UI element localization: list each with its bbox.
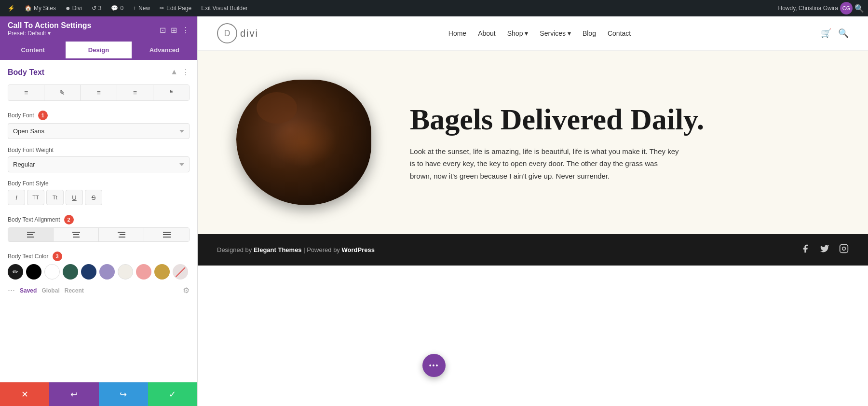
admin-bar: ⚡ 🏠 My Sites ● Divi ↺ 3 💬 0 + New ✏ Edit… xyxy=(0,0,868,16)
more-options-icon[interactable]: ⋮ xyxy=(182,26,190,35)
instagram-icon[interactable] xyxy=(839,244,849,256)
format-btn-quote[interactable]: ❝ xyxy=(153,85,189,100)
color-saved-link[interactable]: Saved xyxy=(20,287,37,294)
tab-content[interactable]: Content xyxy=(0,42,66,60)
search-icon[interactable]: 🔍 xyxy=(854,4,864,13)
color-more-dots[interactable]: ··· xyxy=(8,285,15,295)
admin-bar-comments[interactable]: 💬 0 xyxy=(107,3,127,14)
panel-body: Body Text ▲ ⋮ ≡ ✎ ≡ ≡ ❝ Body Font 1 Open xyxy=(0,60,197,382)
svg-rect-6 xyxy=(118,232,125,233)
color-swatch-white[interactable] xyxy=(44,264,60,280)
uppercase-btn[interactable]: TT xyxy=(27,190,44,205)
admin-bar-edit-page[interactable]: ✏ Edit Page xyxy=(156,3,195,14)
color-swatch-off-white[interactable] xyxy=(118,264,133,280)
admin-bar-new[interactable]: + New xyxy=(129,3,154,14)
align-left-btn[interactable] xyxy=(8,228,54,241)
site-logo: D divi xyxy=(217,23,258,43)
left-panel: Call To Action Settings Preset: Default … xyxy=(0,16,198,406)
wordpress-icon: ⚡ xyxy=(8,5,15,12)
nav-shop[interactable]: Shop ▾ xyxy=(507,29,529,37)
align-right-icon xyxy=(118,232,125,238)
elegant-themes-link[interactable]: Elegant Themes xyxy=(254,246,302,253)
underline-btn[interactable]: U xyxy=(66,190,83,205)
section-menu-icon[interactable]: ⋮ xyxy=(182,68,190,77)
body-font-select[interactable]: Open Sans xyxy=(8,123,190,139)
color-recent-link[interactable]: Recent xyxy=(65,287,84,294)
nav-services[interactable]: Services ▾ xyxy=(540,29,571,37)
body-font-weight-select[interactable]: Regular xyxy=(8,156,190,172)
nav-blog[interactable]: Blog xyxy=(583,29,596,37)
search-nav-icon[interactable]: 🔍 xyxy=(838,28,849,39)
wordpress-link[interactable]: WordPress xyxy=(342,246,375,253)
updates-icon: ↺ xyxy=(92,5,96,12)
body-font-badge: 1 xyxy=(38,111,48,120)
expand-icon[interactable]: ⊞ xyxy=(171,26,177,35)
hero-heading: Bagels Delivered Daily. xyxy=(410,103,839,136)
color-swatch-black[interactable] xyxy=(26,264,41,280)
format-btn-list[interactable]: ≡ xyxy=(81,85,117,100)
section-header: Body Text ▲ ⋮ xyxy=(8,68,190,77)
site-logo-circle: D xyxy=(217,23,237,43)
body-font-style-label: Body Font Style xyxy=(8,180,190,187)
admin-bar-wordpress[interactable]: ⚡ xyxy=(4,3,19,14)
site-footer: Designed by Elegant Themes | Powered by … xyxy=(198,234,868,266)
plus-icon: + xyxy=(133,5,136,12)
nav-home[interactable]: Home xyxy=(448,29,466,37)
format-buttons: ≡ ✎ ≡ ≡ ❝ xyxy=(8,84,190,101)
color-badge: 3 xyxy=(53,252,62,261)
color-swatch-pink[interactable] xyxy=(136,264,151,280)
format-btn-paragraph[interactable]: ≡ xyxy=(8,85,44,100)
undo-button[interactable]: ↩ xyxy=(49,382,98,406)
nav-about[interactable]: About xyxy=(478,29,496,37)
facebook-icon[interactable] xyxy=(800,244,810,256)
admin-bar-divi[interactable]: ● Divi xyxy=(62,2,86,14)
svg-rect-11 xyxy=(163,237,171,238)
right-panel: D divi Home About Shop ▾ Services ▾ Blog… xyxy=(198,16,868,406)
fab-button[interactable]: ••• xyxy=(422,354,446,377)
panel-bottom: ✕ ↩ ↪ ✓ xyxy=(0,382,197,406)
align-justify-btn[interactable] xyxy=(144,228,189,241)
format-btn-numbered[interactable]: ≡ xyxy=(117,85,153,100)
align-justify-icon xyxy=(163,232,171,238)
color-global-link[interactable]: Global xyxy=(41,287,59,294)
collapse-icon[interactable]: ▲ xyxy=(170,68,178,77)
nav-contact[interactable]: Contact xyxy=(608,29,631,37)
svg-rect-5 xyxy=(73,237,80,238)
svg-rect-10 xyxy=(163,234,171,235)
panel-tabs: Content Design Advanced xyxy=(0,42,197,60)
body-font-weight-label: Body Font Weight xyxy=(8,147,190,154)
tab-advanced[interactable]: Advanced xyxy=(132,42,197,60)
color-swatch-dark-green[interactable] xyxy=(63,264,78,280)
site-navbar: D divi Home About Shop ▾ Services ▾ Blog… xyxy=(198,16,868,51)
color-swatch-navy[interactable] xyxy=(81,264,96,280)
color-swatch-red[interactable] xyxy=(173,264,188,280)
cancel-button[interactable]: ✕ xyxy=(0,382,49,406)
align-right-btn[interactable] xyxy=(99,228,144,241)
footer-text: Designed by Elegant Themes | Powered by … xyxy=(217,246,375,253)
color-swatch-pencil[interactable]: ✏ xyxy=(8,264,23,280)
body-text-color-label: Body Text Color 3 xyxy=(8,252,190,261)
align-center-btn[interactable] xyxy=(54,228,99,241)
strikethrough-btn[interactable]: S xyxy=(85,190,102,205)
color-settings-icon[interactable]: ⚙ xyxy=(183,286,190,295)
color-swatch-gold[interactable] xyxy=(154,264,170,280)
redo-button[interactable]: ↪ xyxy=(99,382,148,406)
hero-section: Bagels Delivered Daily. Look at the suns… xyxy=(198,51,868,234)
admin-bar-right: Howdy, Christina Gwira CG 🔍 xyxy=(778,2,864,14)
resize-icon[interactable]: ⊡ xyxy=(160,26,166,35)
capitalize-btn[interactable]: Tt xyxy=(46,190,64,205)
main-wrapper: Call To Action Settings Preset: Default … xyxy=(0,16,868,406)
tab-design[interactable]: Design xyxy=(66,42,131,60)
format-btn-edit[interactable]: ✎ xyxy=(44,85,81,100)
admin-bar-my-sites[interactable]: 🏠 My Sites xyxy=(21,3,60,14)
admin-bar-updates[interactable]: ↺ 3 xyxy=(88,3,106,14)
panel-preset[interactable]: Preset: Default xyxy=(8,30,91,39)
italic-btn[interactable]: I xyxy=(8,190,25,205)
color-swatch-lavender[interactable] xyxy=(99,264,115,280)
save-button[interactable]: ✓ xyxy=(148,382,197,406)
svg-rect-9 xyxy=(163,232,171,233)
admin-bar-exit-builder[interactable]: Exit Visual Builder xyxy=(197,3,252,14)
twitter-icon[interactable] xyxy=(820,244,829,256)
cart-icon[interactable]: 🛒 xyxy=(821,28,831,39)
svg-rect-1 xyxy=(27,234,33,235)
